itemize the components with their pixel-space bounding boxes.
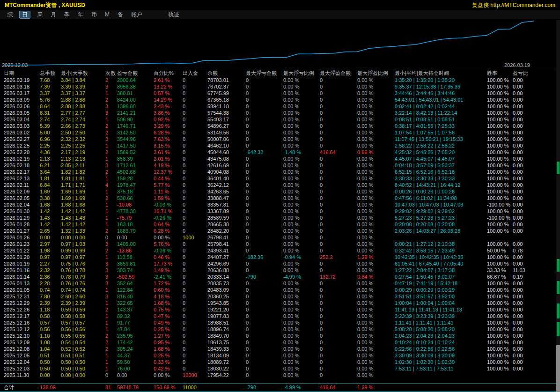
menu-item-summary[interactable]: 综 [6,11,14,18]
menu-item-daily[interactable]: 日 [19,11,30,19]
cell-total-lots: 1.10 [40,333,61,339]
cell-min-max-lots: 0.58 | 0.58 [61,313,105,319]
menu-item-m[interactable]: M [103,11,111,18]
cell-total-lots: 6.96 [40,136,61,142]
cell-pct: 1.72 % [154,280,183,287]
table-row[interactable]: 2026.03.095.762.88 | 2.8828424.0014.29 %… [4,96,560,103]
cell-min-max-lots: 1.81 | 1.81 [61,175,105,182]
cell-cash-flow: 0 [183,208,207,214]
brand-link[interactable]: 复盘侠 http://MTCommander.com [472,1,555,9]
table-row[interactable]: 2025.12.040.500.50 | 0.50159.500.33 %018… [4,359,560,365]
table-row[interactable]: 2026.01.291.431.43 | 1.431-75.79-0.26 %0… [4,214,560,221]
cell-pl-ratio: 0.00 [513,300,541,306]
table-row[interactable]: 2026.02.091.691.69 | 1.691375.181.11 %03… [4,188,560,195]
table-row[interactable]: 2026.01.221.980.99 | 0.992-13.86-0.06 %0… [4,247,560,254]
table-row[interactable]: 2026.02.252.252.25 | 2.2511417.503.15 %0… [4,142,560,149]
cell-max-float-profit-pct: 0.00 % [357,175,395,182]
table-row[interactable]: 2026.01.200.970.97 | 0.971110.580.46 %02… [4,254,560,260]
table-row[interactable]: 2026.02.053.381.69 | 1.692530.661.59 %03… [4,195,560,201]
table-row[interactable]: 2026.03.042.742.74 | 2.741506.900.92 %05… [4,116,560,123]
cell-max-float-profit: 0 [320,221,357,228]
cell-max-float-loss: 0 [246,142,283,149]
cell-cash-flow: 0 [183,175,207,182]
table-row[interactable]: 2026.03.058.312.77 | 2.7732141.213.86 %0… [4,110,560,116]
cell-balance: 17954.22 [207,372,246,378]
cell-max-float-profit-pct: 0.00 % [357,188,395,195]
menu-item-account[interactable]: 账户 [130,11,144,18]
table-row[interactable]: 2026.02.192.132.13 | 2.131858.392.01 %04… [4,155,560,162]
cell-max-float-loss: 0 [246,201,283,208]
cell-max-float-loss-pct: 0.00 % [283,103,320,110]
vertical-scrollbar[interactable] [556,20,560,392]
cell-cash-flow: 0 [183,287,207,293]
cell-max-float-profit-pct: 0.00 % [357,142,395,149]
table-row[interactable]: 2026.03.068.642.88 | 2.8831396.802.43 %0… [4,103,560,110]
table-row[interactable]: 2025.12.050.510.51 | 0.51144.370.25 %018… [4,352,560,359]
menu-item-monthly[interactable]: 月 [49,11,58,18]
table-row[interactable]: 2025.12.101.100.55 | 0.552235.951.27 %01… [4,333,560,339]
cell-pnl: 4502.68 [117,169,154,175]
table-row[interactable]: 2026.02.186.212.05 | 2.1131712.614.19 %0… [4,162,560,169]
cell-count: 2 [105,247,117,254]
table-row[interactable]: 2026.02.131.811.81 | 1.811159.280.44 %03… [4,175,560,182]
table-row[interactable]: 2025.11.300.000.00 | 0.0000.000.00 %1000… [4,372,560,378]
cell-hold-time: 10:47:03 | 10:47:03 | 10:47:03 [395,201,487,208]
table-row[interactable]: 2025.12.261.180.59 | 0.592143.370.75 %01… [4,306,560,313]
table-row[interactable]: 2025.12.317.802.60 | 2.603816.404.18 %02… [4,293,560,300]
cell-cash-flow: 0 [183,188,207,195]
table-row[interactable]: 2026.01.050.740.74 | 0.741122.840.60 %02… [4,287,560,293]
table-row[interactable]: 2025.12.292.392.39 | 2.391322.651.68 %01… [4,300,560,306]
menu-item-weekly[interactable]: 周 [36,11,44,18]
table-row[interactable]: 2026.02.041.681.68 | 1.681-10.08-0.03 %0… [4,201,560,208]
cell-pl-ratio: 0.00 [513,326,541,333]
cell-pct: 0.00 % [154,372,183,378]
scrollbar-thumb[interactable] [556,345,560,392]
table-row[interactable]: 2026.01.162.320.76 | 0.783303.741.49 %02… [4,267,560,274]
table-row[interactable]: 2026.02.204.362.17 | 2.1921569.523.61 %0… [4,149,560,155]
cell-pnl: 174.42 [117,339,154,346]
table-row[interactable]: 2026.01.232.970.97 | 1.0331405.005.76 %0… [4,241,560,247]
cell-max-float-profit-pct: 0.00 % [357,319,395,326]
table-row[interactable]: 2026.01.260.000.00 | 0.0000.000.00 %1000… [4,234,560,241]
cell-max-float-profit: 0 [320,313,357,319]
cell-balance: 28482.20 [207,228,246,234]
table-row[interactable]: 2026.03.187.393.39 | 3.3938956.3813.22 %… [4,83,560,90]
table-row[interactable]: 2025.12.081.040.52 | 0.522305.241.68 %01… [4,346,560,352]
menu-item-currency[interactable]: 币 [90,11,98,18]
menu-item-quarterly[interactable]: 季 [63,11,71,18]
table-row[interactable]: 2026.03.173.373.37 | 3.371380.810.57 %06… [4,90,560,96]
table-row[interactable]: 2026.01.301.421.42 | 1.4214778.3016.71 %… [4,208,560,214]
table-row[interactable]: 2025.12.160.570.57 | 0.57191.770.49 %018… [4,319,560,326]
table-row[interactable]: 2026.01.272.651.32 | 1.3321683.796.28 %0… [4,228,560,234]
cell-balance: 33367.89 [207,208,246,214]
table-row[interactable]: 2026.02.276.962.32 | 2.3233544.967.63 %0… [4,136,560,142]
table-row[interactable]: 2026.02.116.841.71 | 1.7141978.475.77 %0… [4,182,560,188]
cell-win-rate: 100.00 % [487,103,513,110]
table-row[interactable]: 2025.12.030.500.50 | 0.50176.000.42 %018… [4,365,560,372]
cell-pl-ratio: 0.00 [513,359,541,365]
table-row[interactable]: 2026.01.192.270.75 | 0.7633659.8117.73 %… [4,260,560,267]
table-row[interactable]: 2025.12.170.580.58 | 0.58189.320.47 %019… [4,313,560,319]
cell-cash-flow: 0 [183,274,207,280]
table-row[interactable]: 2026.03.025.002.50 | 2.5023142.506.28 %0… [4,129,560,136]
table-row[interactable]: 2026.01.132.280.76 | 0.763352.641.72 %02… [4,280,560,287]
cell-count: 1 [105,254,117,260]
cell-date: 2025.12.03 [4,365,40,372]
menu-item-notes[interactable]: 备 [116,11,125,18]
cell-balance: 24393.41 [207,247,246,254]
menu-item-trajectory[interactable]: 轨迹 [168,11,179,19]
cell-max-float-profit-pct: 0.00 % [357,96,395,103]
cell-max-float-loss-pct: -4.99 % [283,274,320,280]
menu-item-yearly[interactable]: 年 [76,11,85,18]
table-row[interactable]: 2025.12.120.560.56 | 0.56147.040.25 %018… [4,326,560,333]
cell-max-float-profit: 0 [320,123,357,129]
table-row[interactable]: 2026.03.035.392.66 | 2.7321746.713.29 %0… [4,123,560,129]
cell-cash-flow: 0 [183,241,207,247]
table-row[interactable]: 2026.02.173.641.82 | 1.8224502.6812.37 %… [4,169,560,175]
table-row[interactable]: 2025.12.091.080.54 | 0.542174.420.95 %01… [4,339,560,346]
table-row[interactable]: 2026.01.142.360.78 | 0.793-502.59-2.41 %… [4,274,560,280]
table-row[interactable]: 2026.03.197.683.84 | 3.8422000.642.61 %0… [4,77,560,83]
cell-pl-ratio: 0.00 [513,149,541,155]
cell-min-max-lots: 0.00 | 0.00 [61,234,105,241]
table-row[interactable]: 2026.01.281.421.42 | 1.421183.180.64 %02… [4,221,560,228]
